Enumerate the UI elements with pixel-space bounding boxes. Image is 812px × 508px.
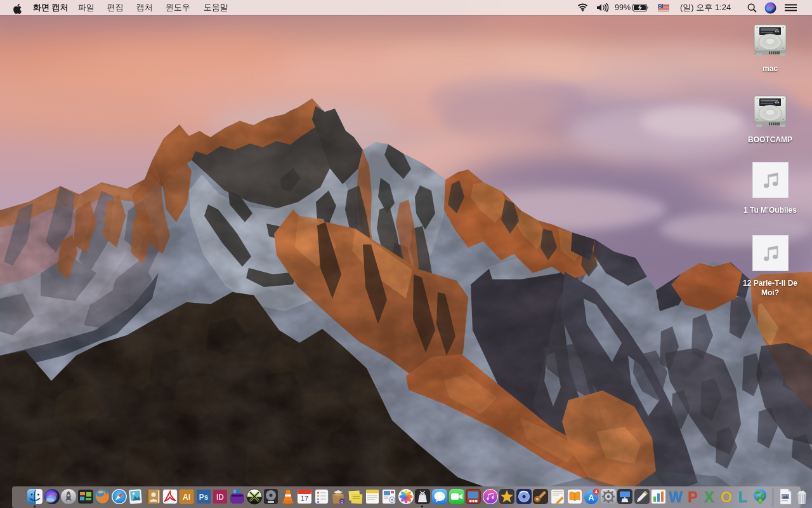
svg-text:Ps: Ps — [199, 493, 209, 502]
svg-text:17: 17 — [301, 495, 308, 502]
svg-text:W: W — [669, 489, 683, 505]
svg-text:O: O — [721, 489, 732, 505]
svg-text:P: P — [688, 489, 697, 505]
svg-text:Q: Q — [341, 500, 344, 504]
svg-text:L: L — [738, 489, 747, 505]
svg-text:X: X — [704, 489, 714, 505]
svg-text:ID: ID — [216, 493, 224, 502]
svg-text:A: A — [588, 493, 594, 502]
svg-text:Ai: Ai — [183, 493, 190, 502]
